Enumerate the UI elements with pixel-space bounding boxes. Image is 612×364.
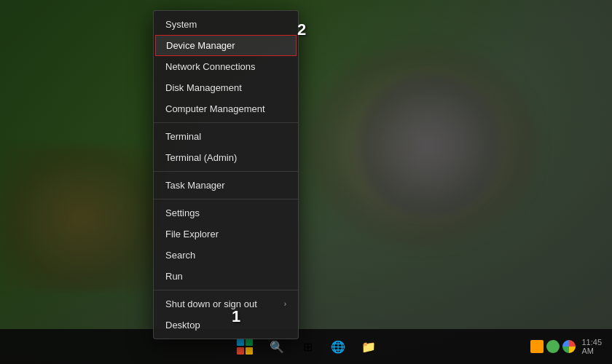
divider-after-computer-management [154, 122, 298, 123]
win-logo-tl [237, 339, 244, 346]
win-logo-br [246, 347, 253, 355]
menu-item-file-explorer[interactable]: File Explorer [154, 223, 298, 245]
menu-item-shut-down[interactable]: Shut down or sign out› [154, 293, 298, 314]
divider-after-run [154, 290, 298, 290]
tray-icon-1[interactable] [530, 340, 544, 353]
desktop-background [0, 0, 612, 364]
win-logo-tr [246, 339, 253, 346]
menu-item-desktop[interactable]: Desktop [154, 314, 298, 336]
system-tray: 11:45AM [530, 329, 605, 364]
menu-item-computer-management[interactable]: Computer Management [154, 98, 298, 119]
menu-item-terminal[interactable]: Terminal [154, 126, 298, 147]
menu-item-search[interactable]: Search [154, 245, 298, 266]
taskbar: 🔍 ⊞ 🌐 📁 11:45AM [0, 329, 612, 364]
menu-item-task-manager[interactable]: Task Manager [154, 175, 298, 196]
windows-logo [237, 339, 253, 355]
annotation-2: 2 [297, 20, 306, 39]
menu-item-network-connections[interactable]: Network Connections [154, 56, 298, 77]
taskbar-edge-icon[interactable]: 🌐 [325, 333, 351, 360]
divider-after-task-manager [154, 199, 298, 199]
menu-item-device-manager[interactable]: Device Manager [155, 35, 297, 56]
menu-item-run[interactable]: Run [154, 266, 298, 287]
context-menu: SystemDevice ManagerNetwork ConnectionsD… [153, 10, 299, 339]
menu-item-system[interactable]: System [154, 14, 298, 35]
divider-after-terminal-admin [154, 171, 298, 172]
menu-arrow-shut-down: › [284, 300, 286, 308]
annotation-1: 1 [232, 307, 240, 326]
tray-clock: 11:45AM [578, 338, 605, 355]
win-logo-bl [237, 347, 244, 355]
tray-icon-2[interactable] [546, 340, 560, 353]
menu-item-disk-management[interactable]: Disk Management [154, 77, 298, 98]
tray-icon-chrome[interactable] [562, 340, 576, 353]
menu-item-settings[interactable]: Settings [154, 202, 298, 223]
menu-item-terminal-admin[interactable]: Terminal (Admin) [154, 147, 298, 168]
bg-shape-foreground [0, 146, 160, 291]
bg-shape-person [357, 73, 503, 218]
taskbar-explorer-icon[interactable]: 📁 [356, 333, 382, 360]
